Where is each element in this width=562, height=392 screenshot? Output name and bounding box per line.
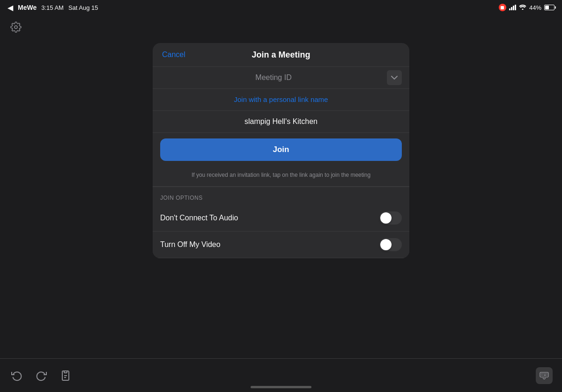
option-video-label: Turn Off My Video	[160, 240, 221, 249]
battery-percent: 44%	[529, 4, 541, 11]
svg-rect-2	[64, 371, 67, 373]
join-meeting-modal: Cancel Join a Meeting Join with a person…	[153, 43, 409, 258]
toggle-knob-video	[380, 239, 392, 250]
bottom-bar	[0, 358, 562, 392]
settings-button[interactable]	[7, 19, 24, 36]
undo-button[interactable]	[9, 368, 24, 383]
back-arrow-icon: ◀	[7, 3, 13, 12]
dropdown-arrow-button[interactable]	[387, 70, 402, 85]
invitation-hint-text: If you received an invitation link, tap …	[192, 172, 370, 178]
invitation-hint: If you received an invitation link, tap …	[153, 167, 409, 187]
wifi-icon	[519, 4, 526, 11]
signal-bar-1	[509, 8, 510, 10]
option-row-audio: Don't Connect To Audio	[153, 205, 409, 232]
display-name: slampig Hell's Kitchen	[244, 117, 318, 125]
personal-link-row: Join with a personal link name	[153, 89, 409, 111]
status-bar: ◀ MeWe 3:15 AM Sat Aug 15 44%	[0, 0, 562, 15]
status-right: 44%	[499, 4, 555, 11]
modal-header: Cancel Join a Meeting	[153, 43, 409, 67]
toggle-knob-audio	[380, 212, 392, 224]
record-indicator	[499, 4, 506, 11]
cancel-button[interactable]: Cancel	[162, 51, 185, 59]
settings-area	[0, 15, 562, 39]
option-audio-label: Don't Connect To Audio	[160, 214, 238, 222]
app-name: MeWe	[18, 4, 37, 11]
keyboard-hide-button[interactable]	[536, 367, 553, 384]
signal-bars-icon	[509, 5, 516, 10]
option-audio-toggle[interactable]	[379, 211, 402, 225]
main-content: Cancel Join a Meeting Join with a person…	[0, 39, 562, 258]
status-left: ◀ MeWe 3:15 AM Sat Aug 15	[7, 3, 98, 12]
redo-button[interactable]	[34, 368, 49, 383]
record-dot-inner	[501, 6, 504, 9]
status-time: 3:15 AM	[41, 4, 64, 11]
home-indicator	[251, 386, 311, 388]
battery-fill	[545, 6, 549, 9]
signal-bar-3	[513, 6, 514, 10]
svg-point-0	[522, 8, 523, 10]
personal-link-button[interactable]: Join with a personal link name	[234, 95, 328, 103]
battery-icon	[544, 5, 555, 10]
join-button[interactable]: Join	[160, 138, 402, 161]
bottom-right-icons	[536, 367, 553, 384]
option-row-video: Turn Off My Video	[153, 232, 409, 258]
join-button-row: Join	[153, 133, 409, 167]
name-row: slampig Hell's Kitchen	[153, 111, 409, 133]
join-options-header: JOIN OPTIONS	[153, 187, 409, 205]
status-date: Sat Aug 15	[68, 4, 98, 11]
meeting-id-input[interactable]	[160, 67, 387, 88]
signal-bar-2	[511, 7, 512, 10]
option-video-toggle[interactable]	[379, 238, 402, 251]
modal-title: Join a Meeting	[251, 50, 310, 60]
bottom-left-icons	[9, 368, 73, 383]
join-options-section: JOIN OPTIONS Don't Connect To Audio Turn…	[153, 187, 409, 258]
meeting-id-row	[153, 67, 409, 89]
svg-point-1	[15, 26, 17, 29]
clipboard-button[interactable]	[58, 368, 73, 383]
signal-bar-4	[515, 5, 516, 10]
